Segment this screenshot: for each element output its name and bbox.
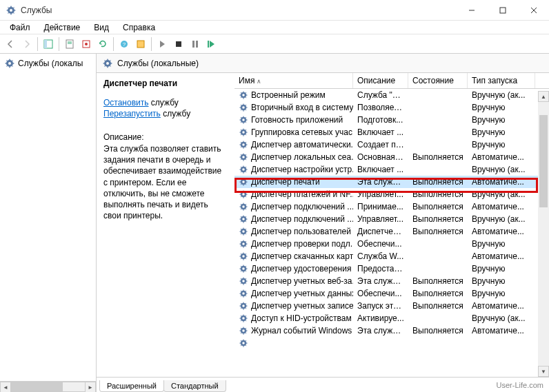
maximize-button[interactable] [487,0,518,21]
service-desc: Управляет... [353,214,408,224]
service-name-label: Журнал событий Windows [251,326,352,336]
svg-rect-16 [176,41,181,47]
restart-button[interactable] [204,37,219,52]
service-state: Выполняется [408,189,468,199]
forward-button[interactable] [19,37,34,52]
column-state[interactable]: Состояние [408,73,468,88]
tab-extended[interactable]: Расширенный [99,380,164,392]
table-row[interactable]: Диспетчер учетных веб-за...Эта служб...В… [234,275,549,287]
menu-help[interactable]: Справка [116,21,162,34]
service-name-label: Диспетчер печати [251,177,320,187]
back-button[interactable] [3,37,18,52]
menu-file[interactable]: Файл [3,21,37,34]
separator [113,37,114,51]
gear-icon [239,90,248,100]
scroll-right-button[interactable]: ► [85,382,96,392]
table-row[interactable]: Группировка сетевых учас...Включает ...В… [234,126,549,138]
gear-icon [239,313,248,323]
window-title: Службы [21,6,456,15]
service-name-label: Диспетчер настройки устр... [251,165,353,174]
horizontal-scrollbar[interactable]: ◄ ► [0,381,96,392]
table-row[interactable]: Доступ к HID-устройствамАктивируе...Вруч… [234,312,549,324]
service-desc: Обеспечи... [353,289,408,298]
table-row[interactable]: Диспетчер локальных сеа...Основная ...Вы… [234,151,549,163]
restart-link[interactable]: Перезапустить [103,109,161,118]
column-description[interactable]: Описание [353,73,408,88]
table-row[interactable]: Диспетчер подключений ...Принимае...Выпо… [234,200,549,213]
column-name[interactable]: Имя [234,73,353,88]
service-startup: Вручную [468,140,535,149]
refresh-button[interactable] [95,37,110,52]
gear-icon [239,251,248,261]
table-row[interactable]: Диспетчер учетных записе...Запуск это...… [234,300,549,312]
show-hide-button[interactable] [41,37,56,52]
stop-link[interactable]: Остановить [103,98,149,107]
description-text: Эта служба позволяет ставить задания печ… [103,143,228,221]
service-desc: Диспетчер... [353,227,408,236]
tree-root[interactable]: Службы (локалы [3,56,93,70]
table-row[interactable]: Диспетчер проверки подл...Обеспечи...Вру… [234,238,549,250]
table-row[interactable]: Журнал событий WindowsЭта служб...Выполн… [234,324,549,337]
table-row[interactable]: Диспетчер удостоверения ...Предостав...В… [234,262,549,275]
scroll-down-button[interactable]: ▼ [538,366,549,377]
table-row[interactable]: Диспетчер автоматически...Создает по...В… [234,138,549,151]
service-desc: Основная ... [353,152,408,162]
help-button[interactable]: ? [117,37,132,52]
minimize-button[interactable] [456,0,487,21]
table-row[interactable]: Вторичный вход в системуПозволяет ...Вру… [234,101,549,114]
menu-view[interactable]: Вид [87,21,116,34]
service-desc: Предостав... [353,264,408,274]
table-row[interactable]: Встроенный режимСлужба "B...Вручную (ак.… [234,89,549,101]
tab-standard[interactable]: Стандартный [163,380,226,392]
gear-icon [239,239,248,249]
pause-button[interactable] [188,37,203,52]
gear-icon [239,276,248,286]
table-row[interactable]: Диспетчер настройки устр...Включает ...В… [234,163,549,176]
service-state: Выполняется [408,289,468,298]
svg-text:?: ? [123,41,126,48]
scroll-left-button[interactable]: ◄ [0,382,11,392]
service-desc: Принимае... [353,202,408,212]
table-row[interactable]: Диспетчер подключений ...Управляет...Вып… [234,213,549,225]
service-startup: Вручную (ак... [468,189,535,199]
service-name-label: Диспетчер учетных данных [251,289,353,298]
gear-icon [239,165,248,174]
scroll-thumb[interactable] [11,382,63,391]
gear-icon [239,264,248,274]
table-row[interactable]: Диспетчер пользователейДиспетчер...Выпол… [234,225,549,238]
service-name-label: Диспетчер пользователей [251,227,351,236]
service-state: Выполняется [408,177,468,187]
scroll-up-button[interactable]: ▲ [538,91,549,102]
service-desc: Включает ... [353,165,408,174]
table-row[interactable] [234,337,549,349]
table-row[interactable]: Диспетчер печатиЭта служб...ВыполняетсяА… [234,176,549,188]
table-row[interactable]: Готовность приложенийПодготовк...Вручную [234,114,549,126]
table-row[interactable]: Диспетчер платежей и NF...Управляет...Вы… [234,188,549,200]
close-button[interactable] [518,0,549,21]
service-name-label: Диспетчер подключений ... [251,202,353,212]
stop-button[interactable] [171,37,186,52]
gear-icon [239,301,248,311]
menu-action[interactable]: Действие [37,21,88,34]
service-name-label: Диспетчер скачанных карт [251,251,353,261]
gear-icon [239,177,248,187]
column-startup[interactable]: Тип запуска [468,73,535,88]
vertical-scrollbar[interactable]: ▲ ▼ [538,91,549,377]
help2-button[interactable] [133,37,148,52]
gear-icon [239,127,248,137]
service-name-label: Диспетчер подключений ... [251,214,353,224]
export-button[interactable] [79,37,94,52]
scroll-thumb[interactable] [539,115,548,207]
properties-button[interactable] [62,37,77,52]
separator [59,37,59,51]
list-header: Имя Описание Состояние Тип запуска [234,73,549,89]
svg-rect-15 [137,41,144,48]
tree-root-label: Службы (локалы [18,59,83,68]
service-name-label: Группировка сетевых учас... [251,127,353,137]
table-row[interactable]: Диспетчер учетных данныхОбеспечи...Выпол… [234,287,549,300]
separator [37,37,38,51]
table-row[interactable]: Диспетчер скачанных картСлужба W...Автом… [234,250,549,262]
gear-icon [239,289,248,298]
toolbar: ? [0,34,549,54]
play-button[interactable] [154,37,170,52]
